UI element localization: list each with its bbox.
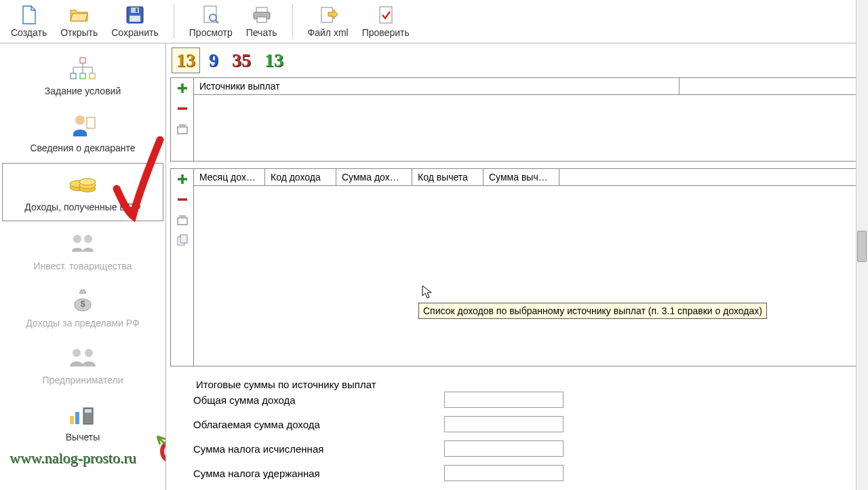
payment-sources-panel: Источники выплат <box>170 77 863 162</box>
sidebar-item-label: Доходы, полученные в РФ <box>24 202 140 212</box>
check-button[interactable]: Проверить <box>355 0 416 43</box>
sidebar-item-conditions[interactable]: Задание условий <box>0 48 165 105</box>
open-label: Открыть <box>60 27 98 38</box>
edit-source-button[interactable] <box>175 121 190 136</box>
sidebar-item-label: Вычеты <box>66 432 100 442</box>
sidebar-item-invest[interactable]: Инвест. товарищества <box>0 223 165 280</box>
printer-icon <box>252 5 271 24</box>
tax-calc-input[interactable] <box>444 440 564 457</box>
col-deduct-code[interactable]: Код вычета <box>412 169 484 185</box>
totals-section: Итоговые суммы по источнику выплат Общая… <box>193 372 863 481</box>
add-source-button[interactable] <box>175 81 190 96</box>
sidebar-item-income-abroad[interactable]: $ Доходы за пределами РФ <box>0 280 165 337</box>
remove-source-button[interactable] <box>175 101 190 116</box>
svg-point-22 <box>73 235 81 243</box>
moneybag-icon: $ <box>67 288 98 314</box>
preview-button[interactable]: Просмотр <box>182 0 239 43</box>
sidebar-item-label: Предприниматели <box>43 375 123 385</box>
xml-label: Файл xml <box>308 27 349 38</box>
sidebar-item-label: Сведения о декларанте <box>30 143 135 153</box>
tax-withheld-input[interactable] <box>444 465 564 481</box>
income-tooltip: Список доходов по выбранному источнику в… <box>418 303 767 319</box>
sources-header: Источники выплат <box>194 78 679 94</box>
col-spacer <box>559 169 863 185</box>
income-list-panel: Месяц дох… Код дохода Сумма дох… Код выч… <box>170 168 863 366</box>
content-area: 13 9 35 13 <box>166 43 868 490</box>
scrollbar-thumb[interactable] <box>857 231 867 262</box>
tax-rate-tabs: 13 9 35 13 <box>166 43 867 77</box>
svg-rect-13 <box>80 73 85 79</box>
sidebar-item-declarant[interactable]: Сведения о декларанте <box>0 105 165 162</box>
svg-point-21 <box>79 178 96 185</box>
svg-rect-16 <box>87 117 95 128</box>
svg-rect-30 <box>75 412 79 424</box>
print-label: Печать <box>246 27 277 38</box>
coins-icon <box>67 172 98 197</box>
col-month[interactable]: Месяц дох… <box>194 169 265 185</box>
col-deduct-sum[interactable]: Сумма выч… <box>484 169 559 185</box>
col-income-code[interactable]: Код дохода <box>265 169 336 185</box>
check-label: Проверить <box>362 27 410 38</box>
col-income-sum[interactable]: Сумма дох… <box>336 169 412 185</box>
svg-rect-37 <box>180 235 187 243</box>
rate-tab-13[interactable]: 13 <box>172 48 200 73</box>
svg-rect-35 <box>178 218 187 225</box>
sidebar-item-income-rf[interactable]: Доходы, полученные в РФ <box>2 163 163 221</box>
tax-withheld-label: Сумма налога удержанная <box>193 468 437 479</box>
sidebar-item-label: Задание условий <box>45 86 121 96</box>
svg-rect-10 <box>380 7 392 23</box>
print-button[interactable]: Печать <box>239 0 284 43</box>
edit-income-button[interactable] <box>175 212 190 227</box>
new-file-icon <box>20 5 39 24</box>
svg-text:$: $ <box>81 299 85 309</box>
sources-toolbar <box>171 78 194 161</box>
svg-point-23 <box>84 235 92 243</box>
rate-tab-9[interactable]: 9 <box>204 48 223 73</box>
rate-tab-13-green[interactable]: 13 <box>260 48 288 73</box>
sidebar-item-label: Инвест. товарищества <box>34 261 132 271</box>
xml-button[interactable]: Файл xml <box>301 0 355 43</box>
remove-income-button[interactable] <box>175 192 190 207</box>
svg-rect-29 <box>70 416 74 424</box>
svg-rect-8 <box>257 17 267 22</box>
total-income-label: Общая сумма дохода <box>193 394 437 406</box>
svg-rect-11 <box>80 58 85 63</box>
total-income-input[interactable] <box>444 392 564 408</box>
save-label: Сохранить <box>111 27 159 38</box>
sources-col2 <box>679 78 863 94</box>
navigation-sidebar: Задание условий Сведения о декларанте До… <box>0 43 166 490</box>
add-income-button[interactable] <box>175 172 190 187</box>
totals-legend: Итоговые суммы по источнику выплат <box>193 379 863 390</box>
preview-label: Просмотр <box>189 27 233 38</box>
folder-open-icon <box>70 5 89 24</box>
vertical-scrollbar[interactable] <box>856 0 868 490</box>
income-toolbar <box>171 169 194 366</box>
svg-rect-1 <box>130 16 140 22</box>
rate-tab-35[interactable]: 35 <box>227 48 256 73</box>
sidebar-item-label: Доходы за пределами РФ <box>26 318 139 328</box>
svg-rect-3 <box>136 8 138 12</box>
svg-rect-12 <box>71 73 76 79</box>
handshake-icon <box>67 231 98 257</box>
sidebar-item-entrepreneurs[interactable]: Предприниматели <box>0 337 165 394</box>
create-button[interactable]: Создать <box>4 0 54 43</box>
open-button[interactable]: Открыть <box>54 0 104 43</box>
svg-rect-28 <box>85 409 92 413</box>
file-export-icon <box>319 5 338 24</box>
copy-income-button[interactable] <box>175 233 190 248</box>
watermark-text: www.nalog-prosto.ru <box>9 449 136 467</box>
main-toolbar: Создать Открыть Сохранить Просмотр Печа <box>0 0 868 43</box>
svg-point-26 <box>85 349 93 357</box>
svg-point-15 <box>75 115 85 125</box>
create-label: Создать <box>11 27 47 38</box>
svg-rect-2 <box>131 7 139 13</box>
check-page-icon <box>376 5 395 24</box>
magnifier-page-icon <box>201 5 220 24</box>
tree-icon <box>67 56 98 81</box>
floppy-icon <box>125 5 144 24</box>
sidebar-item-deductions[interactable]: Вычеты <box>0 394 165 451</box>
taxable-income-input[interactable] <box>444 416 564 432</box>
taxable-income-label: Облагаемая сумма дохода <box>193 419 437 430</box>
save-button[interactable]: Сохранить <box>104 0 165 43</box>
calculator-chart-icon <box>67 402 98 428</box>
